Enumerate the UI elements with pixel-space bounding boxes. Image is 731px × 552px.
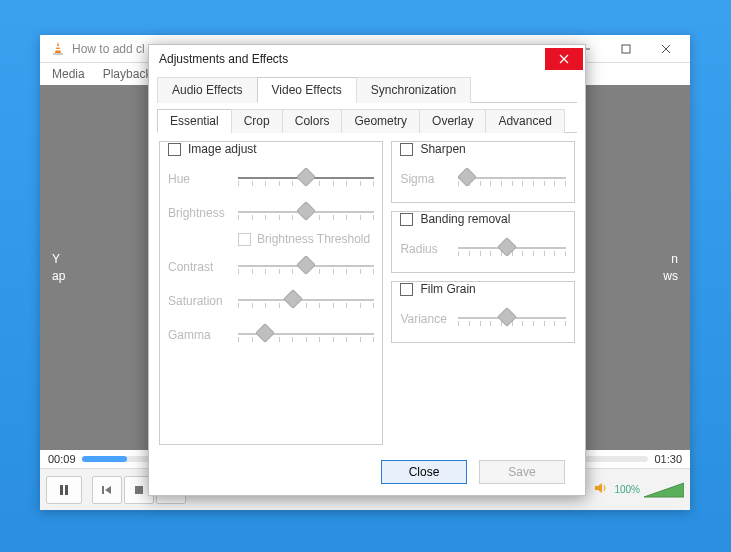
volume-triangle[interactable] <box>644 481 684 499</box>
dialog-title: Adjustments and Effects <box>159 52 545 66</box>
svg-marker-11 <box>105 486 111 494</box>
maximize-button[interactable] <box>606 36 646 62</box>
dialog-close-button[interactable] <box>545 48 583 70</box>
slider-gamma[interactable] <box>238 323 374 347</box>
volume-control[interactable]: 100% <box>594 481 684 499</box>
brightness-threshold-row: Brightness Threshold <box>238 232 374 246</box>
time-elapsed: 00:09 <box>48 453 76 465</box>
speaker-icon <box>594 481 610 498</box>
svg-marker-15 <box>595 483 602 493</box>
video-text-fragment: ws <box>663 268 678 285</box>
menu-media[interactable]: Media <box>44 65 93 83</box>
slider-hue[interactable] <box>238 167 374 191</box>
slider-sigma[interactable] <box>458 167 566 191</box>
label-variance: Variance <box>400 312 452 326</box>
video-text-fragment: ap <box>52 268 65 285</box>
group-label-banding: Banding removal <box>417 212 513 226</box>
close-button[interactable]: Close <box>381 460 467 484</box>
label-gamma: Gamma <box>168 328 232 342</box>
svg-rect-12 <box>135 486 143 494</box>
svg-rect-5 <box>622 45 630 53</box>
label-brightness-threshold: Brightness Threshold <box>257 232 370 246</box>
checkbox-sharpen[interactable] <box>400 143 413 156</box>
volume-value: 100% <box>614 484 640 495</box>
label-saturation: Saturation <box>168 294 232 308</box>
slider-saturation[interactable] <box>238 289 374 313</box>
subtab-colors[interactable]: Colors <box>282 109 343 133</box>
subtab-geometry[interactable]: Geometry <box>341 109 420 133</box>
prev-button[interactable] <box>92 476 122 504</box>
label-contrast: Contrast <box>168 260 232 274</box>
subtab-crop[interactable]: Crop <box>231 109 283 133</box>
checkbox-brightness-threshold[interactable] <box>238 233 251 246</box>
close-window-button[interactable] <box>646 36 686 62</box>
tab-video-effects[interactable]: Video Effects <box>257 77 357 103</box>
group-label-sharpen: Sharpen <box>417 142 468 156</box>
svg-rect-2 <box>56 46 60 48</box>
slider-contrast[interactable] <box>238 255 374 279</box>
svg-rect-8 <box>60 485 63 495</box>
svg-rect-10 <box>102 486 104 494</box>
slider-radius[interactable] <box>458 237 566 261</box>
adjustments-effects-dialog: Adjustments and Effects Audio Effects Vi… <box>148 44 586 496</box>
label-sigma: Sigma <box>400 172 452 186</box>
checkbox-film-grain[interactable] <box>400 283 413 296</box>
group-film-grain: Film Grain Variance <box>391 281 575 343</box>
subtab-essential[interactable]: Essential <box>157 109 232 133</box>
slider-brightness[interactable] <box>238 201 374 225</box>
group-image-adjust: Image adjust Hue Brightness Brightness T… <box>159 141 383 445</box>
main-tab-row: Audio Effects Video Effects Synchronizat… <box>157 77 577 103</box>
dialog-titlebar[interactable]: Adjustments and Effects <box>149 45 585 73</box>
tab-audio-effects[interactable]: Audio Effects <box>157 77 258 103</box>
video-text-fragment: n <box>671 251 678 268</box>
pause-button[interactable] <box>46 476 82 504</box>
time-total: 01:30 <box>654 453 682 465</box>
sub-tab-row: Essential Crop Colors Geometry Overlay A… <box>157 109 577 133</box>
label-radius: Radius <box>400 242 452 256</box>
svg-rect-3 <box>56 49 61 51</box>
group-sharpen: Sharpen Sigma <box>391 141 575 203</box>
checkbox-banding-removal[interactable] <box>400 213 413 226</box>
svg-rect-9 <box>65 485 68 495</box>
svg-rect-1 <box>53 53 63 55</box>
svg-marker-16 <box>644 483 684 497</box>
dialog-footer: Close Save <box>149 455 585 495</box>
label-brightness: Brightness <box>168 206 232 220</box>
seek-fill <box>82 456 127 462</box>
tab-synchronization[interactable]: Synchronization <box>356 77 471 103</box>
video-text-fragment: Y <box>52 251 60 268</box>
checkbox-image-adjust[interactable] <box>168 143 181 156</box>
group-label-image-adjust: Image adjust <box>185 142 260 156</box>
group-banding-removal: Banding removal Radius <box>391 211 575 273</box>
group-label-film-grain: Film Grain <box>417 282 478 296</box>
subtab-overlay[interactable]: Overlay <box>419 109 486 133</box>
label-hue: Hue <box>168 172 232 186</box>
vlc-cone-icon <box>50 41 66 57</box>
save-button: Save <box>479 460 565 484</box>
subtab-advanced[interactable]: Advanced <box>485 109 564 133</box>
slider-variance[interactable] <box>458 307 566 331</box>
